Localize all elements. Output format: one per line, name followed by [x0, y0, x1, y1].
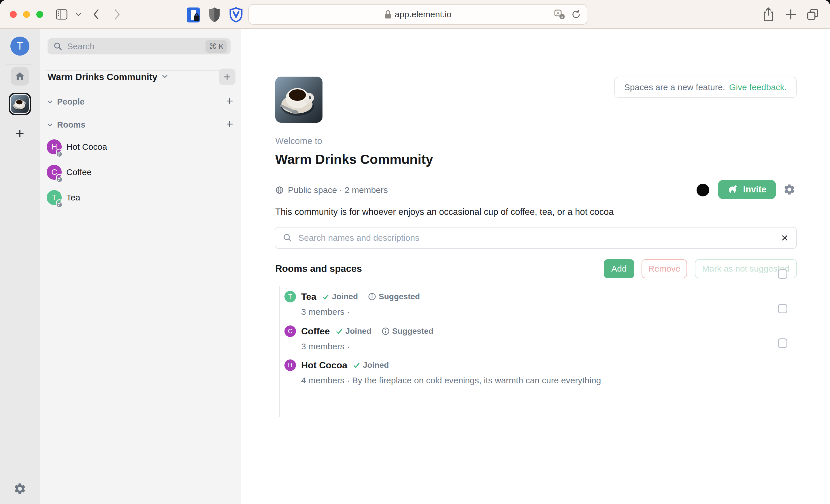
room-name: Coffee: [66, 167, 92, 177]
translate-icon[interactable]: A x: [554, 9, 566, 20]
password-manager-extension-icon[interactable]: [186, 7, 200, 23]
active-space-avatar[interactable]: [9, 93, 31, 115]
room-avatar: T: [284, 291, 296, 302]
shield-extension-icon[interactable]: [209, 7, 220, 23]
suggested-badge: Suggested: [368, 292, 420, 301]
svg-text:A: A: [556, 11, 560, 15]
create-space-button[interactable]: +: [0, 125, 40, 142]
toolbar-chevron-down-icon[interactable]: [70, 6, 87, 23]
people-section-label: People: [57, 97, 85, 107]
invite-button[interactable]: Invite: [718, 180, 776, 199]
svg-text:x: x: [561, 15, 563, 19]
room-meta: 3 members ·: [301, 307, 790, 317]
rooms-section-label: Rooms: [57, 120, 85, 130]
sidebar-toggle-icon[interactable]: [54, 6, 70, 23]
room-name: Coffee: [301, 326, 330, 337]
forward-button[interactable]: [109, 6, 125, 23]
space-title: Warm Drinks Community: [275, 152, 433, 167]
welcome-prefix: Welcome to: [275, 136, 322, 146]
room-avatar: T: [47, 190, 62, 205]
room-search-input[interactable]: [67, 41, 201, 51]
add-room-button[interactable]: [226, 120, 234, 129]
space-rail: T +: [0, 29, 40, 504]
reload-icon[interactable]: [571, 9, 582, 20]
space-name-menu[interactable]: Warm Drinks Community: [47, 72, 157, 82]
hierarchy-row-hot-cocoa[interactable]: H Hot Cocoa Joined 4 members · By the fi…: [284, 359, 790, 385]
room-meta: 4 members · By the fireplace on cold eve…: [301, 375, 790, 385]
spaces-feedback-banner: Spaces are a new feature. Give feedback.: [614, 77, 797, 98]
room-name: Tea: [301, 292, 316, 302]
space-meta-text: Public space · 2 members: [288, 185, 388, 195]
user-avatar[interactable]: T: [10, 37, 29, 56]
give-feedback-link[interactable]: Give feedback.: [729, 82, 787, 92]
share-icon[interactable]: [760, 6, 776, 23]
space-home-view: Spaces are a new feature. Give feedback.…: [242, 29, 830, 504]
user-avatar-letter: T: [17, 40, 23, 52]
minimize-window-button[interactable]: [23, 11, 30, 18]
room-name: Tea: [66, 193, 80, 202]
rooms-search-box[interactable]: [275, 227, 797, 249]
chevron-down-icon: [47, 100, 53, 104]
member-facepile-avatar[interactable]: [697, 184, 709, 196]
room-avatar: H: [284, 360, 296, 371]
hierarchy-row-tea[interactable]: T Tea Joined Suggested 3 members ·: [284, 290, 790, 317]
people-section-header[interactable]: People: [47, 96, 234, 108]
add-people-button[interactable]: [226, 97, 234, 106]
room-meta: 3 members ·: [301, 342, 790, 351]
room-list-item-tea[interactable]: T Tea: [47, 190, 234, 206]
public-globe-badge-icon: [56, 199, 63, 206]
address-bar[interactable]: app.element.io A x: [248, 4, 587, 25]
search-shortcut-badge: ⌘ K: [205, 40, 227, 53]
hierarchy-row-coffee[interactable]: C Coffee Joined Suggested 3 members ·: [284, 325, 790, 351]
space-meta-row: Public space · 2 members: [275, 184, 388, 196]
rail-divider: [6, 64, 33, 65]
joined-badge: Joined: [335, 327, 372, 336]
select-room-checkbox-hot-cocoa[interactable]: [778, 338, 787, 348]
room-list-item-hot-cocoa[interactable]: H Hot Cocoa: [47, 139, 234, 155]
room-list-panel: ⌘ K Warm Drinks Community People Rooms: [40, 29, 241, 504]
room-avatar-letter: T: [52, 193, 57, 202]
suggested-badge: Suggested: [381, 327, 434, 336]
hierarchy-indent-line: [279, 286, 280, 417]
close-window-button[interactable]: [10, 11, 17, 18]
zoom-window-button[interactable]: [36, 11, 43, 18]
room-avatar: C: [47, 165, 62, 180]
room-name: Hot Cocoa: [66, 142, 107, 152]
rooms-and-spaces-heading: Rooms and spaces: [275, 263, 362, 274]
space-settings-gear-icon[interactable]: [783, 183, 796, 197]
search-icon: [283, 233, 292, 243]
space-avatar-image[interactable]: [275, 77, 322, 123]
select-room-checkbox-coffee[interactable]: [778, 304, 787, 313]
rooms-section-header[interactable]: Rooms: [47, 119, 234, 131]
search-icon: [53, 42, 63, 51]
home-button[interactable]: [11, 67, 29, 86]
check-icon: [322, 293, 330, 301]
tab-overview-icon[interactable]: [805, 6, 821, 23]
check-icon: [335, 327, 343, 335]
back-button[interactable]: [88, 6, 104, 23]
tls-lock-icon: [384, 10, 391, 19]
space-menu-chevron-down-icon[interactable]: [161, 74, 168, 80]
joined-badge: Joined: [352, 361, 389, 370]
explore-add-button[interactable]: [219, 69, 235, 85]
select-room-checkbox-tea[interactable]: [778, 269, 787, 279]
room-avatar-letter: H: [288, 362, 292, 369]
quick-settings-gear-icon[interactable]: [13, 482, 27, 497]
person-add-icon: [728, 184, 738, 195]
rooms-search-input[interactable]: [298, 233, 775, 243]
room-list-item-coffee[interactable]: C Coffee: [47, 164, 234, 180]
space-description: This community is for whoever enjoys an …: [275, 207, 614, 217]
public-globe-icon: [275, 186, 284, 194]
room-search-box[interactable]: ⌘ K: [47, 38, 230, 55]
url-text: app.element.io: [395, 9, 452, 19]
clear-search-icon[interactable]: [781, 234, 789, 242]
banner-text: Spaces are a new feature.: [624, 82, 725, 92]
info-icon: [368, 292, 376, 301]
invite-button-label: Invite: [743, 184, 767, 195]
add-button[interactable]: Add: [604, 259, 634, 278]
remove-button[interactable]: Remove: [641, 259, 687, 278]
new-tab-icon[interactable]: [783, 6, 799, 23]
browser-window: app.element.io A x: [0, 0, 830, 504]
room-name: Hot Cocoa: [301, 360, 347, 371]
vpn-shield-extension-icon[interactable]: [229, 7, 243, 23]
